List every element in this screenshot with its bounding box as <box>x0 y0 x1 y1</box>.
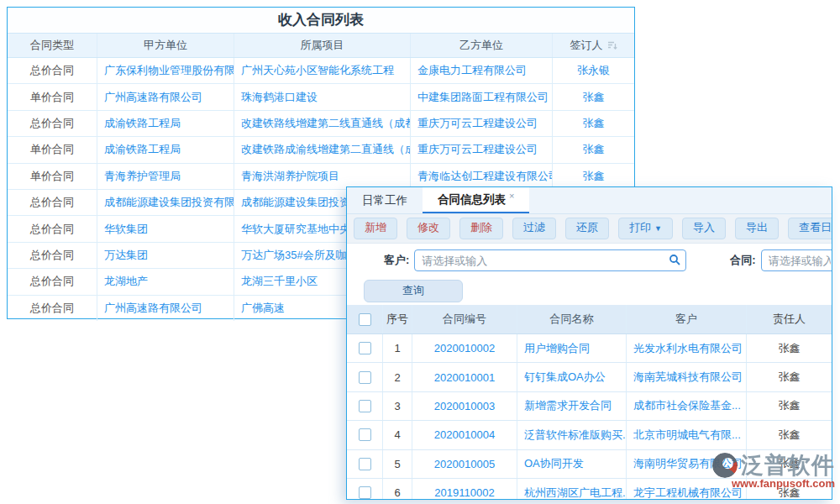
cell-project[interactable]: 青海洪湖养护院项目 <box>234 164 411 189</box>
tab-contract-info-list[interactable]: 合同信息列表 × <box>423 187 529 213</box>
cell-index: 6 <box>383 479 412 500</box>
cell-party-b[interactable]: 中建集团路面工程有限公司 <box>411 84 553 109</box>
col-header-signer[interactable]: 签订人 <box>553 34 634 57</box>
row-checkbox[interactable] <box>359 486 371 499</box>
tab-daily-work[interactable]: 日常工作 <box>347 187 423 213</box>
contract-row[interactable]: 6 2019110002 杭州西湖区广电工程... 龙宇工程机械有限公司 张鑫 <box>347 479 832 500</box>
cell-contract-code[interactable]: 2020010001 <box>412 363 517 391</box>
search-icon[interactable] <box>669 254 680 268</box>
col-header-contract-type[interactable]: 合同类型 <box>8 34 97 57</box>
cell-contract-type: 总价合同 <box>8 190 97 215</box>
col-header-customer[interactable]: 客户 <box>627 305 747 333</box>
cell-project[interactable]: 改建铁路线增建第二线直通线（成都-... <box>234 111 411 136</box>
cell-contract-code[interactable]: 2020010005 <box>412 450 517 478</box>
cell-party-a[interactable]: 成都能源建设集团投资有限... <box>97 190 234 215</box>
cell-project[interactable]: 珠海鹤港口建设 <box>234 84 411 109</box>
cell-contract-type: 总价合同 <box>8 269 97 294</box>
cell-signer: 张永银 <box>553 58 634 83</box>
col-header-party-a[interactable]: 甲方单位 <box>97 34 234 57</box>
checkbox-cell <box>347 450 383 478</box>
contract-table-header: 序号 合同编号 合同名称 客户 责任人 <box>347 305 832 334</box>
cell-contract-name[interactable]: OA协同开发 <box>517 450 627 478</box>
contract-row[interactable]: 5 2020010005 OA协同开发 海南明华贸易有限公司 张鑫 <box>347 450 832 479</box>
cell-party-a[interactable]: 广州高速路有限公司 <box>97 84 234 109</box>
income-table-header: 合同类型 甲方单位 所属项目 乙方单位 签订人 <box>8 34 634 58</box>
cell-party-b[interactable]: 重庆万可云工程建设公司 <box>411 137 553 162</box>
print-label: 打印 <box>629 221 651 234</box>
table-row[interactable]: 单价合同 广州高速路有限公司 珠海鹤港口建设 中建集团路面工程有限公司 张鑫 <box>8 84 634 110</box>
cell-customer[interactable]: 海南芜城科技有限公司 <box>627 363 747 391</box>
cell-owner: 张鑫 <box>747 334 832 362</box>
row-checkbox[interactable] <box>359 428 371 441</box>
cell-party-a[interactable]: 广州高速路有限公司 <box>97 296 234 321</box>
cell-party-b[interactable]: 金康电力工程有限公司 <box>411 58 553 83</box>
contract-search-input[interactable] <box>761 249 832 271</box>
cell-contract-code[interactable]: 2019110002 <box>412 479 517 500</box>
export-button[interactable]: 导出 <box>735 218 779 239</box>
add-button[interactable]: 新增 <box>354 218 397 239</box>
cell-party-a[interactable]: 成渝铁路工程局 <box>97 111 234 136</box>
cell-contract-name[interactable]: 杭州西湖区广电工程... <box>517 479 627 500</box>
cell-party-b[interactable]: 青海临达创工程建设有限公司 <box>411 164 553 189</box>
table-row[interactable]: 总价合同 广东保利物业管理股份有限... 广州天心苑小区智能化系统工程 金康电力… <box>8 58 634 84</box>
edit-button[interactable]: 修改 <box>407 218 450 239</box>
cell-contract-code[interactable]: 2020010002 <box>412 334 517 362</box>
cell-contract-name[interactable]: 泛普软件标准版购买... <box>517 421 627 449</box>
sort-icon[interactable] <box>607 40 617 50</box>
col-header-index[interactable]: 序号 <box>383 305 412 333</box>
cell-contract-name[interactable]: 新增需求开发合同 <box>517 392 627 420</box>
cell-party-b[interactable]: 重庆万可云工程建设公司 <box>411 111 553 136</box>
row-checkbox[interactable] <box>359 371 371 384</box>
col-header-owner[interactable]: 责任人 <box>747 305 832 333</box>
cell-project[interactable]: 广州天心苑小区智能化系统工程 <box>234 58 411 83</box>
cell-contract-code[interactable]: 2020010003 <box>412 392 517 420</box>
cell-party-a[interactable]: 成渝铁路工程局 <box>97 137 234 162</box>
customer-filter-label: 客户: <box>384 253 409 268</box>
col-header-code[interactable]: 合同编号 <box>412 305 517 333</box>
select-all-cell <box>347 305 383 333</box>
row-checkbox[interactable] <box>359 458 371 470</box>
table-row[interactable]: 总价合同 成渝铁路工程局 改建铁路线增建第二线直通线（成都-... 重庆万可云工… <box>8 111 634 137</box>
col-header-project[interactable]: 所属项目 <box>234 34 411 57</box>
cell-contract-name[interactable]: 用户增购合同 <box>517 334 627 362</box>
cell-contract-code[interactable]: 2020010004 <box>412 421 517 449</box>
row-checkbox[interactable] <box>359 400 371 412</box>
customer-search-input[interactable] <box>414 249 686 271</box>
contract-row[interactable]: 1 2020010002 用户增购合同 光发水利水电有限公司 张鑫 <box>347 334 832 363</box>
print-dropdown-button[interactable]: 打印▼ <box>618 218 673 239</box>
import-button[interactable]: 导入 <box>682 218 726 239</box>
col-header-name[interactable]: 合同名称 <box>517 305 627 333</box>
col-header-party-b[interactable]: 乙方单位 <box>411 34 553 57</box>
cell-party-a[interactable]: 青海养护管理局 <box>97 164 234 189</box>
filter-button[interactable]: 过滤 <box>512 218 556 239</box>
contract-row[interactable]: 2 2020010001 钉钉集成OA办公 海南芜城科技有限公司 张鑫 <box>347 363 832 391</box>
cell-party-a[interactable]: 万达集团 <box>97 243 234 268</box>
cell-party-a[interactable]: 龙湖地产 <box>97 269 234 294</box>
cell-party-a[interactable]: 广东保利物业管理股份有限... <box>97 58 234 83</box>
view-log-button[interactable]: 查看日志 <box>788 218 832 239</box>
cell-contract-type: 总价合同 <box>8 58 97 83</box>
cell-project[interactable]: 改建铁路成渝线增建第二直通线（成... <box>234 137 411 162</box>
cell-customer[interactable]: 海南明华贸易有限公司 <box>627 450 747 478</box>
cell-contract-type: 总价合同 <box>8 243 97 268</box>
contract-row[interactable]: 3 2020010003 新增需求开发合同 成都市社会保险基金... 张鑫 <box>347 392 832 421</box>
cell-index: 2 <box>383 363 412 391</box>
contract-row[interactable]: 4 2020010004 泛普软件标准版购买... 北京市明城电气有限... 张… <box>347 421 832 449</box>
cell-customer[interactable]: 北京市明城电气有限... <box>627 421 747 449</box>
restore-button[interactable]: 还原 <box>565 218 609 239</box>
cell-customer[interactable]: 成都市社会保险基金... <box>627 392 747 420</box>
cell-owner: 张鑫 <box>747 450 832 478</box>
select-all-checkbox[interactable] <box>359 313 371 326</box>
cell-contract-name[interactable]: 钉钉集成OA办公 <box>517 363 627 391</box>
row-checkbox[interactable] <box>359 342 371 354</box>
delete-button[interactable]: 删除 <box>459 218 503 239</box>
page-title: 收入合同列表 <box>8 8 634 34</box>
cell-customer[interactable]: 龙宇工程机械有限公司 <box>627 479 747 500</box>
table-row[interactable]: 单价合同 成渝铁路工程局 改建铁路成渝线增建第二直通线（成... 重庆万可云工程… <box>8 137 634 163</box>
close-icon[interactable]: × <box>509 191 514 201</box>
cell-party-a[interactable]: 华软集团 <box>97 216 234 241</box>
cell-contract-type: 单价合同 <box>8 84 97 109</box>
cell-contract-type: 总价合同 <box>8 296 97 321</box>
cell-customer[interactable]: 光发水利水电有限公司 <box>627 334 747 362</box>
query-button[interactable]: 查询 <box>364 280 463 302</box>
